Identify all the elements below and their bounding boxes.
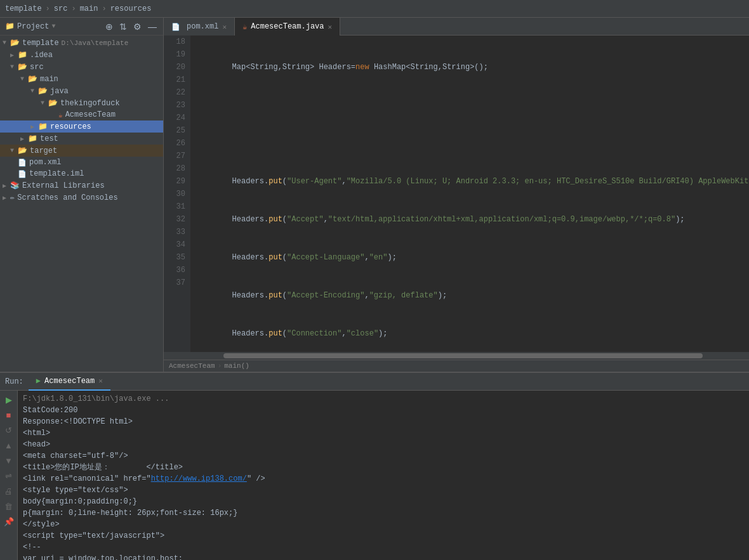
scroll-up-button[interactable]: ▲ [3, 439, 15, 452]
run-button[interactable]: ▶ [3, 393, 15, 406]
print-button[interactable]: 🖨 [3, 485, 15, 497]
console-line-9: body{margin:0;padding:0;} [23, 496, 744, 507]
expand-collapse-button[interactable]: ⇅ [118, 20, 128, 33]
tree-item-templateiml[interactable]: 📄 template.iml [0, 168, 163, 179]
close-tab-pomxml[interactable]: ✕ [222, 23, 227, 31]
breadcrumb-sep-1: › [46, 4, 50, 13]
tree-label-src: src [30, 63, 44, 72]
horizontal-scrollbar[interactable] [164, 352, 749, 360]
tree-label-test: test [40, 134, 58, 143]
run-content: ▶ ■ ↺ ▲ ▼ ⇌ 🖨 🗑 📌 F:\jdk1.8.0_131\bin\ja… [0, 391, 749, 560]
console-line-13: <!-- [23, 542, 744, 553]
console-line-1: StatCode:200 [23, 405, 744, 416]
tree-label-idea: .idea [30, 51, 53, 60]
breadcrumb-main[interactable]: main [80, 4, 98, 13]
tree-item-template[interactable]: ▼ 📂 template D:\Java\template [0, 37, 163, 49]
main-layout: 📁 Project ▼ ⊕ ⇅ ⚙ — ▼ 📂 template D:\Jav [0, 18, 749, 560]
soft-wrap-button[interactable]: ⇌ [3, 469, 15, 482]
breadcrumb-src[interactable]: src [54, 4, 68, 13]
breadcrumb-sep-3: › [102, 4, 106, 13]
tree-item-idea[interactable]: ▶ 📁 .idea [0, 49, 163, 61]
console-line-4: <head> [23, 439, 744, 450]
close-run-tab[interactable]: ✕ [98, 377, 103, 385]
scroll-down-button[interactable]: ▼ [3, 454, 15, 467]
minimize-button[interactable]: — [147, 20, 158, 33]
pin-button[interactable]: 📌 [3, 515, 15, 528]
folder-icon-src: 📂 [18, 62, 27, 72]
extlibs-icon: 📚 [10, 181, 20, 190]
tree-label-templateiml: template.iml [29, 169, 84, 178]
scratches-icon: ✏ [10, 193, 15, 202]
tree-label-thekingofduck: thekingofduck [60, 99, 120, 108]
locate-file-button[interactable]: ⊕ [104, 20, 114, 33]
console-line-2: Response:<!DOCTYPE html> [23, 416, 744, 427]
tree-item-test[interactable]: ▶ 📁 test [0, 133, 163, 145]
tree-item-src[interactable]: ▼ 📂 src [0, 61, 163, 73]
settings-button[interactable]: ⚙ [132, 20, 143, 33]
console-line-12: <script type="text/javascript"> [23, 530, 744, 542]
tree-item-extlibs[interactable]: ▶ 📚 External Libraries [0, 179, 163, 192]
console-link-ip138[interactable]: http://www.ip138.com/ [151, 474, 247, 483]
console-line-5: <meta charset="utf-8"/> [23, 450, 744, 462]
file-tree: ▼ 📂 template D:\Java\template ▶ 📁 .idea … [0, 36, 163, 372]
console-line-14: var uri = window.top.location.host; [23, 553, 744, 560]
tree-item-thekingofduck[interactable]: ▼ 📂 thekingofduck [0, 97, 163, 109]
project-sidebar: 📁 Project ▼ ⊕ ⇅ ⚙ — ▼ 📂 template D:\Jav [0, 18, 164, 372]
code-line-18: Map<String,String> Headers=new HashMap<S… [196, 61, 749, 74]
tree-item-resources[interactable]: ▶ 📁 resources [0, 120, 163, 133]
tree-item-pomxml[interactable]: 📄 pom.xml [0, 157, 163, 168]
tree-label-resources: resources [50, 122, 91, 131]
tree-item-main[interactable]: ▼ 📂 main [0, 73, 163, 85]
run-label: Run: [0, 377, 29, 386]
code-line-25: Headers.put("Connection","close"); [196, 327, 749, 340]
folder-icon-target: 📂 [18, 146, 27, 155]
tree-label-java: java [50, 87, 69, 96]
run-tab-acmesecteam[interactable]: ▶ AcmesecTeam ✕ [29, 373, 110, 391]
breadcrumb-classname: AcmesecTeam [169, 362, 215, 370]
editor-tab-bar: 📄 pom.xml ✕ ☕ AcmesecTeam.java ✕ [164, 18, 749, 36]
java-tab-icon: ☕ [242, 22, 247, 32]
arrow-thekingofduck: ▼ [41, 100, 48, 107]
rerun-button[interactable]: ↺ [3, 424, 15, 436]
clear-button[interactable]: 🗑 [3, 500, 15, 512]
arrow-scratches: ▶ [3, 194, 10, 202]
run-tab-bar: Run: ▶ AcmesecTeam ✕ [0, 373, 749, 391]
code-line-22: Headers.put("Accept","text/html,applicat… [196, 213, 749, 226]
stop-button[interactable]: ■ [3, 408, 15, 421]
xml-file-icon-pom: 📄 [18, 159, 27, 167]
sidebar-header: 📁 Project ▼ ⊕ ⇅ ⚙ — [0, 18, 163, 36]
code-line-21: Headers.put("User-Agent","Mozilla/5.0 (L… [196, 175, 749, 188]
arrow-java: ▼ [30, 88, 38, 94]
console-line-3: <html> [23, 427, 744, 439]
tree-path-template: D:\Java\template [62, 39, 129, 47]
breadcrumb-template[interactable]: template [5, 4, 42, 13]
breadcrumb-resources[interactable]: resources [110, 4, 152, 13]
folder-icon-java: 📂 [38, 86, 48, 96]
sidebar-title: 📁 Project ▼ [5, 22, 55, 31]
arrow-template: ▼ [3, 39, 10, 46]
tree-label-pomxml: pom.xml [29, 158, 61, 167]
tree-label-scratches: Scratches and Consoles [17, 193, 117, 202]
code-editor: 📄 pom.xml ✕ ☕ AcmesecTeam.java ✕ 18 19 2… [164, 18, 749, 372]
tab-label-acmesecteam: AcmesecTeam.java [251, 22, 324, 31]
code-lines-content[interactable]: Map<String,String> Headers=new HashMap<S… [190, 36, 749, 352]
arrow-src: ▼ [10, 63, 18, 70]
arrow-main: ▼ [20, 75, 28, 82]
close-tab-acmesecteam[interactable]: ✕ [328, 23, 333, 31]
tree-item-scratches[interactable]: ▶ ✏ Scratches and Consoles [0, 192, 163, 204]
console-line-11: </style> [23, 519, 744, 530]
folder-icon-resources: 📁 [38, 122, 48, 131]
tree-item-target[interactable]: ▼ 📂 target [0, 145, 163, 157]
sidebar-title-label: Project [17, 22, 49, 31]
folder-icon-test: 📁 [28, 134, 37, 143]
tab-pomxml[interactable]: 📄 pom.xml ✕ [164, 18, 235, 36]
scrollbar-thumb[interactable] [223, 353, 703, 358]
chevron-down-icon: ▼ [51, 23, 55, 30]
run-panel: Run: ▶ AcmesecTeam ✕ ▶ ■ ↺ ▲ ▼ ⇌ 🖨 🗑 📌 [0, 373, 749, 560]
arrow-target: ▼ [10, 147, 18, 154]
arrow-extlibs: ▶ [3, 182, 10, 190]
editor-area: 📁 Project ▼ ⊕ ⇅ ⚙ — ▼ 📂 template D:\Jav [0, 18, 749, 373]
tree-item-java[interactable]: ▼ 📂 java [0, 85, 163, 97]
tab-acmesecteam[interactable]: ☕ AcmesecTeam.java ✕ [235, 18, 340, 36]
tree-item-acmesecteam[interactable]: ☕ AcmesecTeam [0, 109, 163, 120]
